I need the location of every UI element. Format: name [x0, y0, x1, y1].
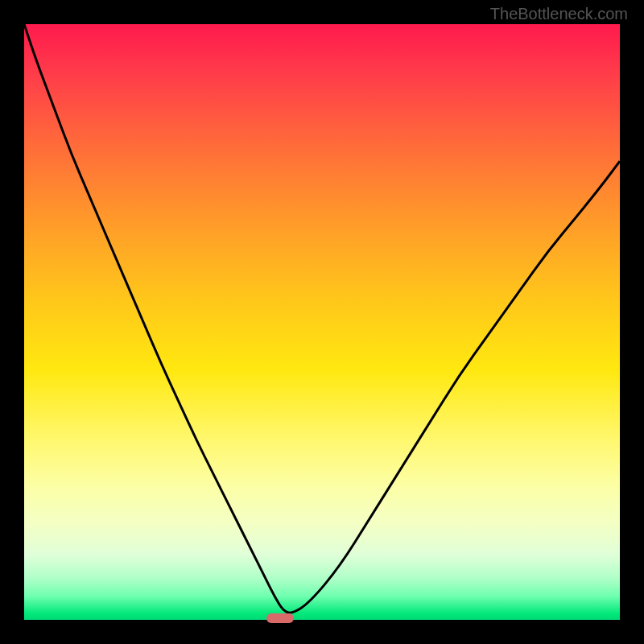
minimum-marker — [266, 613, 294, 623]
chart-plot-area — [24, 24, 620, 620]
watermark-text: TheBottleneck.com — [490, 5, 628, 23]
bottleneck-curve — [24, 24, 620, 620]
